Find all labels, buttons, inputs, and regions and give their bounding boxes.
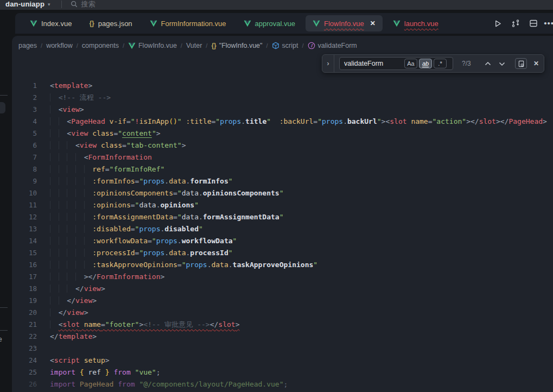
code-line[interactable]: 12 :formAssignmentData="data.formAssignm… (12, 211, 553, 223)
breadcrumb-separator: / (41, 42, 42, 49)
divider (61, 1, 62, 8)
whole-word-toggle[interactable]: ab (419, 59, 432, 68)
line-number: 15 (12, 247, 37, 259)
code-line[interactable]: 4 <PageHead v-if="!isInApp()" :title="pr… (12, 116, 553, 128)
code-line[interactable]: 13 :disabled="props.disabled" (12, 223, 553, 235)
breadcrumb-label: pages (18, 42, 37, 49)
line-number: 24 (12, 355, 37, 366)
sidebar-divider (0, 307, 8, 308)
breadcrumb-label: Vuter (186, 42, 202, 49)
breadcrumb-item[interactable]: components (82, 42, 119, 49)
sidebar-item-partial[interactable] (0, 102, 5, 113)
code-line[interactable]: 25import { ref } from "vue"; (12, 366, 553, 378)
code-line[interactable]: 2 <!-- 流程 --> (12, 92, 553, 104)
close-tab-icon[interactable]: ✕ (370, 20, 376, 27)
find-in-selection-button[interactable] (515, 58, 527, 69)
line-number: 21 (12, 319, 37, 331)
code-line[interactable]: 23 (12, 343, 553, 355)
code-line[interactable]: 17 ></FormInformation> (12, 271, 553, 283)
editor-tab[interactable]: {}pages.json (82, 15, 139, 31)
line-number: 9 (12, 175, 37, 187)
code-line[interactable]: 16 :taskApproveOpinions="props.data.task… (12, 259, 553, 271)
breadcrumb-separator: / (77, 42, 78, 49)
more-actions-icon[interactable]: ••• (544, 18, 553, 28)
code-line-content: ref="formInfoRef" (50, 163, 164, 175)
project-name[interactable]: dan-uniapp (5, 0, 45, 8)
match-case-toggle[interactable]: Aa (404, 59, 417, 68)
code-line[interactable]: 11 :opinions="data.opinions" (12, 199, 553, 211)
editor-tab[interactable]: FormInformation.vue (143, 15, 233, 31)
vue-icon (393, 20, 401, 27)
editor-tab[interactable]: FlowInfo.vue✕ (306, 15, 383, 31)
breadcrumb-label: "FlowInfo.vue" (219, 42, 263, 49)
breadcrumb-separator: / (123, 42, 124, 49)
match-count: ?/3 (462, 60, 479, 67)
split-editor-icon[interactable] (529, 19, 538, 28)
vue-icon (128, 42, 136, 49)
regex-toggle[interactable]: .* (434, 59, 447, 68)
line-number: 23 (12, 343, 37, 355)
breadcrumb-item[interactable]: {}"FlowInfo.vue" (211, 42, 262, 49)
line-number: 17 (12, 271, 37, 283)
code-line-content: </view> (50, 283, 105, 295)
breadcrumb-label: workflow (46, 42, 73, 49)
global-search[interactable]: 搜索 (71, 0, 96, 9)
breadcrumb-item[interactable]: fvalidateForm (308, 42, 357, 49)
editor-tab[interactable]: launch.vue (386, 15, 446, 31)
code-line[interactable]: 10 :opinionsComponents="data.opinionsCom… (12, 187, 553, 199)
code-line[interactable]: 19 </view> (12, 295, 553, 307)
editor-tabs: Index.vue{}pages.jsonFormInformation.vue… (23, 15, 446, 31)
function-icon: f (308, 42, 315, 49)
code-line[interactable]: 24<script setup> (12, 355, 553, 366)
compare-changes-icon[interactable] (511, 19, 520, 28)
previous-match-icon[interactable] (485, 61, 491, 66)
toggle-replace-icon[interactable]: › (322, 55, 334, 72)
code-line-content: <view> (50, 104, 84, 116)
code-line[interactable]: 6 <view class="tab-content"> (12, 140, 553, 151)
code-line[interactable]: 14 :workflowData="props.workflowData" (12, 235, 553, 247)
chevron-down-icon[interactable]: ▾ (48, 2, 50, 7)
code-line-content: :formAssignmentData="data.formAssignment… (50, 211, 284, 223)
braces-icon: {} (211, 42, 216, 49)
breadcrumb-item[interactable]: Vuter (186, 42, 202, 49)
breadcrumb-item[interactable]: FlowInfo.vue (128, 42, 177, 49)
code-line[interactable]: 18 </view> (12, 283, 553, 295)
breadcrumb: pages/workflow/components/FlowInfo.vue/V… (12, 36, 553, 51)
code-line[interactable]: 26import PageHead from "@/components/lay… (12, 378, 553, 390)
tab-label: pages.json (98, 20, 132, 28)
code-line[interactable]: 20 </view> (12, 307, 553, 319)
code-editor[interactable]: 1<template>2 <!-- 流程 -->3 <view>4 <PageH… (12, 80, 553, 390)
line-number: 26 (12, 378, 37, 390)
code-line[interactable]: 3 <view> (12, 104, 553, 116)
next-match-icon[interactable] (499, 61, 505, 66)
code-line[interactable]: 1<template> (12, 80, 553, 92)
vue-icon (150, 20, 157, 27)
breadcrumb-item[interactable]: workflow (46, 42, 73, 49)
global-search-label: 搜索 (81, 0, 96, 9)
breadcrumb-item[interactable]: script (272, 42, 298, 49)
code-line[interactable]: 5 <view class="content"> (12, 128, 553, 140)
code-line[interactable]: 21 <slot name="footer"><!-- 审批意见 --></sl… (12, 319, 553, 331)
close-find-icon[interactable]: ✕ (533, 60, 539, 67)
code-line-content: <view class="tab-content"> (50, 140, 186, 151)
tab-label: approval.vue (255, 20, 295, 28)
code-line[interactable]: 8 ref="formInfoRef" (12, 163, 553, 175)
code-line[interactable]: 9 :formInfos="props.data.formInfos" (12, 175, 553, 187)
code-line-content: :opinionsComponents="data.opinionsCompon… (50, 187, 284, 199)
run-icon[interactable] (494, 20, 502, 28)
line-number: 6 (12, 140, 37, 151)
code-line[interactable]: 15 :processId="props.data.processId" (12, 247, 553, 259)
code-line-content: <template> (50, 80, 92, 92)
editor-tab[interactable]: approval.vue (237, 15, 302, 31)
breadcrumb-separator: / (266, 42, 268, 49)
editor-tab[interactable]: Index.vue (23, 15, 79, 31)
code-line[interactable]: 7 <FormInformation (12, 151, 553, 163)
breadcrumb-item[interactable]: pages (18, 42, 37, 49)
code-line-content: <FormInformation (50, 151, 152, 163)
code-line[interactable]: 22</template> (12, 331, 553, 343)
find-input[interactable] (344, 60, 403, 67)
line-number: 7 (12, 151, 37, 163)
tab-label: Index.vue (41, 20, 72, 28)
breadcrumb-label: validateForm (318, 42, 357, 49)
find-widget: › Aa ab .* ?/3 ✕ (322, 54, 544, 73)
